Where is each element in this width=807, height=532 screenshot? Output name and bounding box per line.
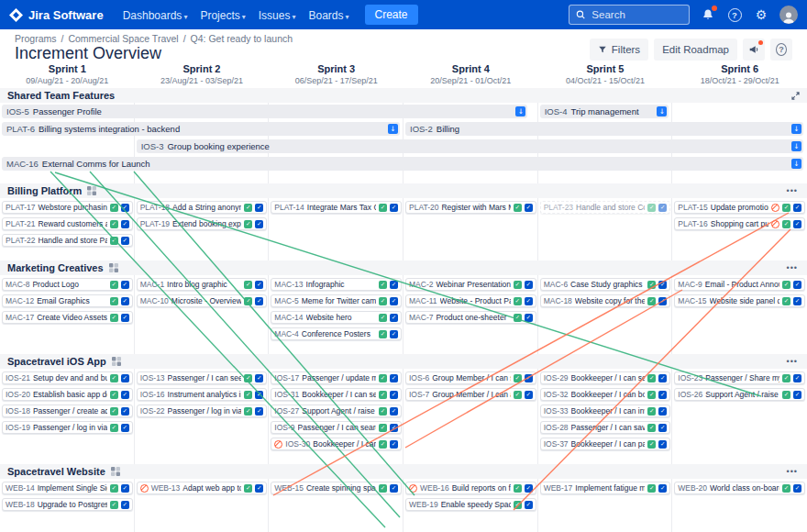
issue-card-IOS-37[interactable]: IOS-37 Bookkeeper / I can pay an existi.…	[540, 438, 671, 450]
nav-item-dashboards[interactable]: Dashboards▾	[116, 6, 194, 26]
issue-card-MAC-1[interactable]: MAC-1 Intro blog graphic ✓ ✓	[137, 278, 268, 291]
issue-card-PLAT-16[interactable]: PLAT-16 Shopping cart purchasing err... …	[674, 217, 805, 230]
dependency-icon[interactable]: ↓	[791, 159, 801, 169]
help-button[interactable]: ?	[770, 39, 792, 61]
issue-card-IOS-33[interactable]: IOS-33 Bookkeeper / I can invite new c..…	[540, 405, 671, 417]
breadcrumb-increment[interactable]: Q4: Get ready to launch	[191, 33, 293, 44]
issue-card-PLAT-23[interactable]: PLAT-23 Handle and store Company bil... …	[540, 201, 671, 214]
issue-card-PLAT-22[interactable]: PLAT-22 Handle and store Passenger c... …	[2, 234, 133, 247]
more-options-button[interactable]: •••	[785, 357, 800, 366]
help-icon[interactable]: ?	[726, 6, 743, 23]
issue-card-IOS-16[interactable]: IOS-16 Instrument analytics in app ✓ ✓	[137, 388, 268, 401]
issue-card-WEB-20[interactable]: WEB-20 World class on-board Service ✓ ✓	[674, 482, 805, 494]
issue-card-MAC-6[interactable]: MAC-6 Case Study graphics ✓ ✓	[540, 278, 671, 291]
more-options-button[interactable]: •••	[785, 263, 800, 272]
issue-card-IOS-23[interactable]: IOS-23 Passenger / Share my trip on T...…	[674, 371, 805, 384]
sprint-column[interactable]: Sprint 4 20/Sep/21 - 01/Oct/21	[404, 63, 538, 88]
issue-card-WEB-16[interactable]: WEB-16 Build reports on fuel usage ✓ ✓	[405, 482, 536, 494]
user-avatar[interactable]	[779, 6, 798, 24]
issue-card-MAC-9[interactable]: MAC-9 Email - Product Announcement ✓ ✓	[674, 278, 805, 291]
issue-card-WEB-19[interactable]: WEB-19 Enable speedy SpaceCraft as... ✓ …	[405, 498, 536, 511]
dependency-icon[interactable]: ↓	[388, 124, 398, 134]
expand-icon[interactable]	[791, 92, 800, 100]
issue-card-IOS-20[interactable]: IOS-20 Establish basic app dev frame... …	[2, 388, 133, 401]
issue-card-IOS-27[interactable]: IOS-27 Support Agent / raise support r..…	[271, 405, 402, 417]
issue-card-IOS-6[interactable]: IOS-6 Group Member / I can see trips I..…	[405, 371, 536, 384]
breadcrumb-programs[interactable]: Programs	[15, 33, 57, 44]
issue-card-IOS-31[interactable]: IOS-31 Bookkeeper / I can see historica.…	[271, 388, 402, 401]
dependency-icon[interactable]: ↓	[791, 141, 801, 151]
issue-card-IOS-19[interactable]: IOS-19 Passenger / log in via Google ✓ ✓	[2, 421, 133, 434]
epic-bar-IOS-5[interactable]: IOS-5Passenger Profile ↓	[2, 105, 527, 118]
issue-card-IOS-18[interactable]: IOS-18 Passenger / create account usi...…	[2, 405, 133, 417]
more-options-button[interactable]: •••	[785, 186, 800, 195]
team-section-header[interactable]: Marketing Creatives •••	[0, 260, 807, 275]
issue-card-PLAT-20[interactable]: PLAT-20 Register with Mars Ministry of..…	[405, 201, 536, 214]
issue-card-MAC-18[interactable]: MAC-18 Website copy for the Saturn S... …	[540, 294, 671, 307]
shared-section-header[interactable]: Shared Team Features	[0, 88, 807, 103]
sprint-column[interactable]: Sprint 1 09/Aug/21 - 20/Aug/21	[0, 63, 135, 88]
dependency-icon[interactable]: ↓	[657, 106, 667, 116]
team-section-header[interactable]: Spacetravel iOS App •••	[0, 354, 807, 369]
nav-item-boards[interactable]: Boards▾	[302, 6, 355, 26]
issue-card-PLAT-19[interactable]: PLAT-19 Extend booking experience in ...…	[137, 217, 268, 230]
epic-bar-PLAT-6[interactable]: PLAT-6Billing systems integration - back…	[2, 122, 400, 136]
jira-logo[interactable]: Jira Software	[9, 8, 104, 22]
issue-card-PLAT-14[interactable]: PLAT-14 Integrate Mars Tax Code into ...…	[271, 201, 402, 214]
issue-card-MAC-4[interactable]: MAC-4 Conference Posters ✓ ✓	[271, 327, 402, 340]
issue-card-MAC-17[interactable]: MAC-17 Create Video Assets for Satur... …	[2, 311, 133, 324]
issue-card-MAC-12[interactable]: MAC-12 Email Graphics ✓ ✓	[2, 294, 133, 307]
sprint-column[interactable]: Sprint 3 06/Sep/21 - 17/Sep/21	[269, 63, 404, 88]
issue-card-WEB-18[interactable]: WEB-18 Upgrade to Postgres 11 ✓ ✓	[2, 498, 133, 511]
epic-bar-IOS-2[interactable]: IOS-2Billing ↓	[405, 122, 803, 136]
issue-card-WEB-14[interactable]: WEB-14 Implement Single Sign On ✓ ✓	[2, 482, 133, 494]
search-box[interactable]	[569, 5, 690, 25]
issue-card-MAC-8[interactable]: MAC-8 Product Logo ✓ ✓	[2, 278, 133, 291]
issue-card-PLAT-18[interactable]: PLAT-18 Add a String anonymizer to te...…	[137, 201, 268, 214]
issue-card-PLAT-21[interactable]: PLAT-21 Reward customers an extra 5-... …	[2, 217, 133, 230]
epic-bar-IOS-4[interactable]: IOS-4Trip management ↓	[540, 105, 669, 118]
dependency-icon[interactable]: ↓	[515, 106, 525, 116]
issue-card-IOS-22[interactable]: IOS-22 Passenger / log in via Facebook ✓…	[137, 405, 268, 417]
team-section-header[interactable]: Spacetravel Website •••	[0, 464, 807, 479]
issue-card-IOS-28[interactable]: IOS-28 Passenger / I can save my credi..…	[540, 421, 671, 434]
issue-card-MAC-14[interactable]: MAC-14 Website hero ✓ ✓	[271, 311, 402, 324]
nav-item-projects[interactable]: Projects▾	[193, 6, 251, 26]
issue-card-MAC-13[interactable]: MAC-13 Infographic ✓ ✓	[271, 278, 402, 291]
sprint-column[interactable]: Sprint 5 04/Oct/21 - 15/Oct/21	[538, 63, 673, 88]
issue-card-IOS-17[interactable]: IOS-17 Passenger / update my email ad...…	[271, 371, 402, 384]
issue-card-MAC-7[interactable]: MAC-7 Product one-sheeter ✓ ✓	[405, 311, 536, 324]
search-input[interactable]	[590, 8, 682, 21]
issue-card-PLAT-15[interactable]: PLAT-15 Update promotion to include ... …	[674, 201, 805, 214]
issue-card-MAC-10[interactable]: MAC-10 Microsite - Overview Page Gra... …	[137, 294, 268, 307]
epic-bar-MAC-16[interactable]: MAC-16External Comms for Launch ↓	[2, 157, 803, 171]
settings-gear-icon[interactable]: ⚙	[753, 6, 769, 23]
issue-card-IOS-29[interactable]: IOS-29 Bookkeeper / I can see a list of …	[540, 371, 671, 384]
issue-card-WEB-15[interactable]: WEB-15 Create spinning space logo ✓ ✓	[271, 482, 402, 494]
issue-card-IOS-30[interactable]: IOS-30 Bookkeeper / I can add / updat...…	[271, 438, 402, 450]
issue-card-MAC-2[interactable]: MAC-2 Webinar Presentation ✓ ✓	[405, 278, 536, 291]
issue-card-IOS-13[interactable]: IOS-13 Passenger / I can see a list of u…	[137, 371, 268, 384]
sprint-column[interactable]: Sprint 6 18/Oct/21 - 29/Oct/21	[672, 63, 807, 88]
issue-card-MAC-5[interactable]: MAC-5 Meme for Twitter campaign ✓ ✓	[271, 294, 402, 307]
issue-card-MAC-15[interactable]: MAC-15 Website side panel cross-sell ✓ ✓	[674, 294, 805, 307]
filters-button[interactable]: Filters	[590, 39, 648, 61]
issue-card-WEB-17[interactable]: WEB-17 Implement fatigue manageme... ✓ ✓	[540, 482, 671, 494]
issue-card-IOS-26[interactable]: IOS-26 Support Agent / raise support r..…	[674, 388, 805, 401]
team-section-header[interactable]: Billing Platform •••	[0, 183, 807, 198]
issue-card-IOS-7[interactable]: IOS-7 Group Member / I can accept a s...…	[405, 388, 536, 401]
issue-card-IOS-32[interactable]: IOS-32 Bookkeeper / I can book trips o..…	[540, 388, 671, 401]
feedback-megaphone-button[interactable]	[743, 39, 765, 61]
issue-card-IOS-9[interactable]: IOS-9 Passenger / I can search an exist.…	[271, 421, 402, 434]
more-options-button[interactable]: •••	[785, 467, 800, 476]
issue-card-PLAT-17[interactable]: PLAT-17 Webstore purchasing perform... ✓…	[2, 201, 133, 214]
breadcrumb-plan[interactable]: Commercial Space Travel	[68, 33, 178, 44]
epic-bar-IOS-3[interactable]: IOS-3Group booking experience ↓	[137, 139, 803, 153]
issue-card-IOS-21[interactable]: IOS-21 Setup dev and and build enviro...…	[2, 371, 133, 384]
sprint-column[interactable]: Sprint 2 23/Aug/21 - 03/Sep/21	[135, 63, 270, 88]
issue-card-WEB-13[interactable]: WEB-13 Adapt web app to new payme... ✓ ✓	[137, 482, 268, 494]
edit-roadmap-button[interactable]: Edit Roadmap	[654, 39, 737, 61]
issue-card-MAC-11[interactable]: MAC-11 Website - Product Page Graphi... …	[405, 294, 536, 307]
dependency-icon[interactable]: ↓	[791, 124, 801, 134]
nav-item-issues[interactable]: Issues▾	[252, 6, 303, 26]
